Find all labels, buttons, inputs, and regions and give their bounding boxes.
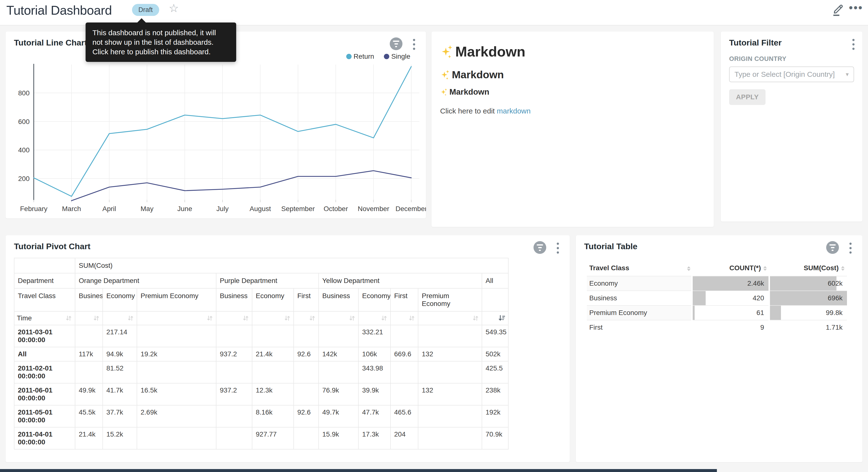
pivot-cell: 204 — [391, 427, 418, 449]
svg-text:200: 200 — [18, 175, 30, 182]
sort-desc-active-icon[interactable] — [498, 315, 506, 322]
sort-icon[interactable] — [127, 315, 134, 322]
kebab-menu-icon[interactable] — [556, 242, 560, 255]
chart-legend: Return Single — [346, 53, 410, 60]
kebab-menu-icon[interactable] — [848, 242, 852, 255]
sort-caret-icon[interactable] — [763, 266, 767, 271]
pivot-cell — [137, 361, 216, 383]
pivot-cell: 45.5k — [75, 405, 103, 427]
origin-country-select[interactable]: Type or Select [Origin Country] ▾ — [729, 66, 854, 82]
pivot-cell — [137, 325, 216, 347]
count-cell: 2.46k — [692, 276, 769, 291]
pivot-cell: 927.77 — [252, 427, 293, 449]
kebab-menu-icon[interactable] — [851, 38, 856, 51]
table-row: First 9 1.71k — [587, 320, 847, 334]
travel-class-cell: Business — [587, 291, 692, 305]
col-header-count[interactable]: COUNT(*) — [692, 261, 769, 276]
pivot-row: 2011-04-01 00:00:0021.4k15.2k927.7715.9k… — [14, 427, 508, 449]
sort-icon[interactable] — [380, 315, 388, 322]
travel-class-cell: First — [587, 320, 692, 334]
pivot-card-title: Tutorial Pivot Chart — [14, 242, 90, 251]
svg-text:600: 600 — [18, 118, 30, 125]
count-cell: 9 — [692, 320, 769, 334]
svg-text:400: 400 — [18, 146, 30, 154]
table-row: Business 420 696k — [587, 291, 847, 305]
apply-button[interactable]: APPLY — [729, 89, 766, 105]
pivot-col-header: Business — [75, 288, 103, 311]
pivot-all-header: All — [482, 273, 508, 288]
pivot-cell: 937.2 — [216, 383, 252, 405]
markdown-heading-3: Markdown — [440, 87, 489, 97]
pivot-cell — [216, 405, 252, 427]
pivot-cell: 669.6 — [391, 347, 418, 361]
dashboard-page: { "header": { "title": "Tutorial Dashboa… — [0, 0, 868, 472]
markdown-edit-link[interactable]: markdown — [497, 107, 531, 115]
more-menu-ellipsis-icon[interactable]: ••• — [849, 1, 863, 14]
pivot-col-header: Premium Economy — [137, 288, 216, 311]
pivot-cell — [293, 325, 319, 347]
pivot-cell — [418, 325, 482, 347]
pivot-cell — [293, 383, 319, 405]
sort-icon[interactable] — [348, 315, 356, 322]
pivot-cell — [252, 325, 293, 347]
sort-icon[interactable] — [65, 315, 72, 322]
sort-icon[interactable] — [309, 315, 316, 322]
pivot-cell: 16.5k — [137, 383, 216, 405]
pivot-row: 2011-05-01 00:00:0045.5k37.7k2.69k8.16k9… — [14, 405, 508, 427]
pivot-cell: 94.9k — [103, 347, 137, 361]
sort-caret-icon[interactable] — [687, 266, 690, 271]
pivot-cell — [319, 361, 359, 383]
svg-text:September: September — [281, 205, 315, 212]
svg-text:July: July — [216, 205, 228, 212]
favorite-star-icon[interactable]: ☆ — [169, 2, 179, 14]
pivot-cell: 192k — [482, 405, 508, 427]
edit-pencil-icon[interactable] — [831, 2, 844, 17]
pivot-cell — [418, 427, 482, 449]
pivot-cell — [216, 361, 252, 383]
filter-card: Tutorial Filter ORIGIN COUNTRY Type or S… — [721, 32, 862, 222]
svg-text:February: February — [20, 205, 48, 212]
filter-card-title: Tutorial Filter — [729, 38, 782, 48]
pivot-cell — [391, 325, 418, 347]
pivot-dim-label: Department — [14, 273, 75, 288]
filter-indicator-icon[interactable] — [533, 241, 546, 254]
pivot-cell — [418, 361, 482, 383]
sort-icon[interactable] — [93, 315, 100, 322]
sparkles-icon — [440, 88, 448, 96]
pivot-col-header: Economy — [252, 288, 293, 311]
svg-text:December: December — [395, 205, 426, 212]
filter-indicator-icon[interactable] — [826, 241, 839, 254]
pivot-group-header: Purple Department — [216, 273, 319, 288]
sort-icon[interactable] — [408, 315, 415, 322]
pivot-cell: 425.5 — [482, 361, 508, 383]
header-bar: Tutorial Dashboard Draft ☆ ••• — [0, 0, 868, 25]
legend-item[interactable]: Single — [384, 53, 410, 60]
unpublished-tooltip: This dashboard is not published, it will… — [86, 23, 236, 62]
pivot-cell: 81.52 — [103, 361, 137, 383]
pivot-cell — [75, 325, 103, 347]
markdown-card: Markdown Markdown Markdown Click here to… — [432, 32, 714, 227]
sum-cell: 602k — [769, 276, 847, 291]
pivot-cell: 47.7k — [359, 405, 391, 427]
sort-icon[interactable] — [242, 315, 249, 322]
sort-icon[interactable] — [472, 315, 479, 322]
pivot-cell: 76.9k — [319, 383, 359, 405]
pivot-corner — [14, 258, 75, 273]
pivot-cell: 17.3k — [359, 427, 391, 449]
col-header-sum-cost[interactable]: SUM(Cost) — [769, 261, 847, 276]
sum-cell: 696k — [769, 291, 847, 305]
table-row: Premium Economy 61 99.8k — [587, 305, 847, 320]
pivot-cell — [137, 427, 216, 449]
pivot-cell: 41.7k — [103, 383, 137, 405]
pivot-cell: 21.4k — [75, 427, 103, 449]
sort-icon[interactable] — [206, 315, 213, 322]
sort-caret-icon[interactable] — [841, 266, 844, 271]
draft-status-badge[interactable]: Draft — [132, 4, 159, 16]
pivot-cell: 37.7k — [103, 405, 137, 427]
count-cell: 61 — [692, 305, 769, 320]
pivot-chart-card: Tutorial Pivot Chart SUM(Cost)Department… — [6, 235, 570, 462]
sort-icon[interactable] — [284, 315, 291, 322]
legend-item[interactable]: Return — [346, 53, 374, 60]
pivot-cell: 937.2 — [216, 347, 252, 361]
col-header-travel-class[interactable]: Travel Class — [587, 261, 692, 276]
